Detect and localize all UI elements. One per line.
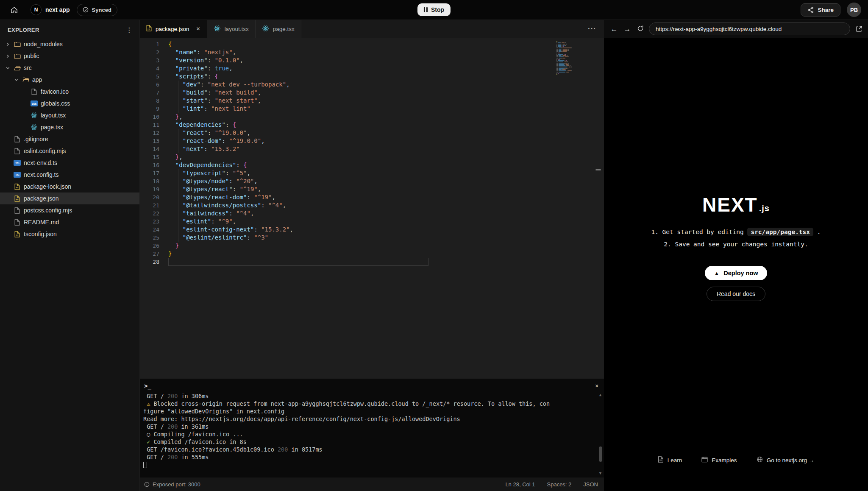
code-line[interactable]: 22 "tailwindcss": "^4", — [140, 209, 604, 218]
code-line[interactable]: 9 "lint": "next lint" — [140, 105, 604, 113]
code-line[interactable]: 21 "@tailwindcss/postcss": "^4", — [140, 201, 604, 209]
indentation-setting[interactable]: Spaces: 2 — [547, 481, 572, 488]
terminal-log-line: GET / 200 in 361ms — [143, 423, 594, 430]
tree-item-package-lock.json[interactable]: package-lock.json — [0, 181, 139, 192]
chevron-down-icon[interactable] — [5, 66, 11, 70]
code-line[interactable]: 13 "react-dom": "^19.0.0", — [140, 137, 604, 145]
code-line[interactable]: 16 "devDependencies": { — [140, 161, 604, 169]
json-icon — [14, 231, 21, 237]
forward-icon[interactable]: → — [623, 25, 632, 33]
code-line[interactable]: 4 "private": true, — [140, 64, 604, 73]
exposed-port-status[interactable]: Exposed port: 3000 — [144, 481, 200, 488]
explorer-menu-icon[interactable]: ⋮ — [126, 28, 133, 32]
footer-link-go-to-nextjs-org-[interactable]: Go to nextjs.org → — [757, 456, 815, 464]
tree-item-app[interactable]: app — [0, 74, 139, 86]
code-line[interactable]: 20 "@types/react-dom": "^19", — [140, 193, 604, 201]
tree-item-node_modules[interactable]: node_modules — [0, 38, 139, 50]
tree-item-next.config.ts[interactable]: TSnext.config.ts — [0, 169, 139, 181]
code-line[interactable]: 18 "@types/node": "^20", — [140, 177, 604, 185]
scroll-down-icon[interactable]: ▼ — [599, 471, 601, 475]
line-number: 26 — [140, 242, 159, 250]
tree-item-layout.tsx[interactable]: layout.tsx — [0, 109, 139, 121]
back-icon[interactable]: ← — [609, 25, 619, 33]
file-icon — [14, 136, 21, 142]
terminal-log-line: figure "allowedDevOrigins" in next.confi… — [143, 407, 594, 415]
tree-item-label: app — [32, 76, 42, 83]
footer-link-label: Learn — [668, 457, 682, 463]
tree-item-page.tsx[interactable]: page.tsx — [0, 121, 139, 133]
share-label: Share — [818, 7, 834, 13]
footer-link-examples[interactable]: Examples — [701, 456, 737, 464]
tree-item-eslint.config.mjs[interactable]: eslint.config.mjs — [0, 145, 139, 157]
code-line[interactable]: 17 "typescript": "^5", — [140, 169, 604, 177]
read-docs-button[interactable]: Read our docs — [707, 287, 765, 301]
tree-item-.gitignore[interactable]: .gitignore — [0, 133, 139, 145]
tab-close-icon[interactable]: ✕ — [196, 26, 200, 32]
vercel-triangle-icon: ▲ — [714, 271, 719, 276]
code-line[interactable]: 26 } — [140, 242, 604, 250]
code-line[interactable]: 24 "eslint-config-next": "15.3.2", — [140, 226, 604, 234]
cursor-position[interactable]: Ln 28, Col 1 — [505, 481, 535, 488]
code-line[interactable]: 5 "scripts": { — [140, 73, 604, 81]
tree-item-next-env.d.ts[interactable]: TSnext-env.d.ts — [0, 157, 139, 169]
tree-item-tsconfig.json[interactable]: tsconfig.json — [0, 228, 139, 240]
tab-overflow-icon[interactable]: ··· — [580, 25, 604, 33]
terminal-panel[interactable]: >_ ✕ GET / 200 in 306ms ⚠ Blocked cross-… — [140, 379, 604, 477]
url-input[interactable]: https://next-app-a9ygghsqjtcl6tzwpw.qubi… — [649, 22, 850, 35]
code-line[interactable]: 12 "react": "^19.0.0", — [140, 129, 604, 137]
tab-page.tsx[interactable]: page.tsx — [256, 20, 301, 38]
minimap[interactable] — [556, 41, 573, 75]
code-line[interactable]: 15 }, — [140, 153, 604, 161]
project-info[interactable]: N next app — [31, 4, 70, 15]
chevron-right-icon[interactable] — [5, 54, 11, 58]
stop-button[interactable]: Stop — [417, 3, 451, 16]
tree-item-public[interactable]: public — [0, 50, 139, 62]
code-line[interactable]: 1{ — [140, 40, 604, 48]
user-avatar[interactable]: PB — [847, 3, 861, 17]
top-bar: N next app Synced Stop Share PB — [0, 0, 868, 20]
code-line[interactable]: 19 "@types/react": "^19", — [140, 185, 604, 193]
tree-item-postcss.config.mjs[interactable]: postcss.config.mjs — [0, 204, 139, 216]
code-line[interactable]: 28 — [140, 258, 604, 266]
code-editor[interactable]: 1{2 "name": "nextjs",3 "version": "0.1.0… — [140, 38, 604, 379]
terminal-input-line[interactable] — [143, 461, 594, 470]
tab-package.json[interactable]: package.json✕ — [140, 20, 207, 38]
footer-link-learn[interactable]: Learn — [658, 456, 682, 464]
code-line[interactable]: 8 "start": "next start", — [140, 97, 604, 105]
folder-open-icon — [22, 77, 29, 83]
terminal-scroll-thumb[interactable] — [599, 446, 602, 462]
tree-item-README.md[interactable]: README.md — [0, 216, 139, 228]
code-line[interactable]: 3 "version": "0.1.0", — [140, 56, 604, 64]
synced-status-badge[interactable]: Synced — [77, 4, 117, 16]
terminal-scrollbar[interactable]: ▲ ▼ — [598, 393, 603, 475]
open-external-icon[interactable] — [855, 25, 862, 33]
chevron-right-icon[interactable] — [5, 42, 11, 46]
code-line[interactable]: 25 "@eslint/eslintrc": "^3" — [140, 234, 604, 242]
deploy-now-button[interactable]: ▲ Deploy now — [705, 266, 767, 280]
getting-started-steps: 1. Get started by editing src/app/page.t… — [651, 229, 821, 253]
refresh-icon[interactable] — [636, 25, 645, 33]
home-button[interactable] — [7, 3, 21, 17]
tree-item-src[interactable]: src — [0, 62, 139, 74]
code-line[interactable]: 6 "dev": "next dev --turbopack", — [140, 81, 604, 89]
language-mode[interactable]: JSON — [583, 481, 598, 488]
share-button[interactable]: Share — [801, 3, 840, 17]
code-line[interactable]: 27} — [140, 250, 604, 258]
code-line[interactable]: 2 "name": "nextjs", — [140, 48, 604, 56]
tab-layout.tsx[interactable]: layout.tsx — [207, 20, 256, 38]
chevron-down-icon[interactable] — [14, 78, 19, 82]
step-2: 2. Save and see your changes instantly. — [651, 241, 821, 248]
code-line[interactable]: 14 "next": "15.3.2" — [140, 145, 604, 153]
synced-label: Synced — [92, 7, 111, 13]
tree-item-package.json[interactable]: package.json — [0, 192, 139, 204]
stop-label: Stop — [431, 6, 444, 13]
scroll-up-icon[interactable]: ▲ — [599, 393, 601, 397]
panel-resize-handle[interactable] — [595, 169, 601, 170]
terminal-close-icon[interactable]: ✕ — [595, 382, 598, 389]
tree-item-globals.css[interactable]: cssglobals.css — [0, 98, 139, 109]
code-line[interactable]: 23 "eslint": "^9", — [140, 218, 604, 226]
tree-item-favicon.ico[interactable]: favicon.ico — [0, 86, 139, 98]
code-line[interactable]: 10 }, — [140, 113, 604, 121]
code-line[interactable]: 11 "dependencies": { — [140, 121, 604, 129]
code-line[interactable]: 7 "build": "next build", — [140, 89, 604, 97]
